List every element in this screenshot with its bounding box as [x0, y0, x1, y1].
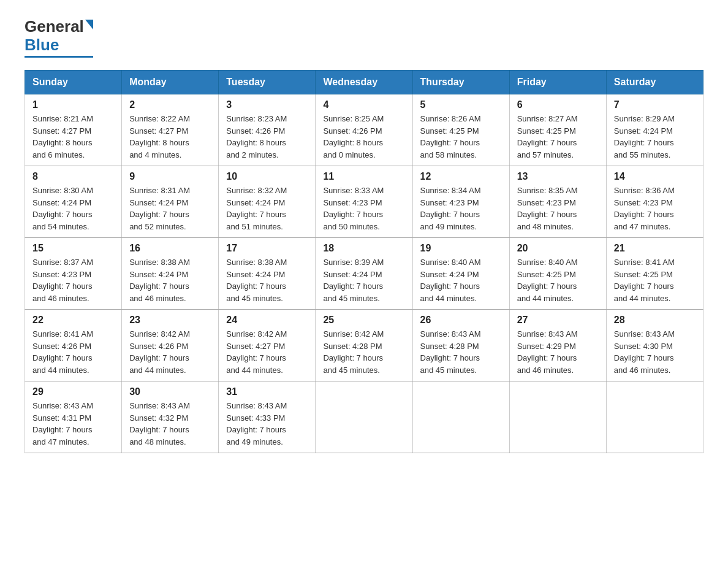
day-cell — [509, 381, 606, 453]
week-row-3: 22 Sunrise: 8:41 AM Sunset: 4:26 PM Dayl… — [25, 310, 703, 381]
day-info: Sunrise: 8:31 AM Sunset: 4:24 PM Dayligh… — [129, 185, 211, 232]
week-row-1: 8 Sunrise: 8:30 AM Sunset: 4:24 PM Dayli… — [25, 166, 703, 238]
day-cell: 15 Sunrise: 8:37 AM Sunset: 4:23 PM Dayl… — [25, 238, 122, 310]
day-info: Sunrise: 8:41 AM Sunset: 4:25 PM Dayligh… — [614, 256, 696, 304]
day-number: 6 — [517, 99, 599, 110]
day-info: Sunrise: 8:35 AM Sunset: 4:23 PM Dayligh… — [517, 185, 599, 232]
day-number: 9 — [129, 171, 211, 182]
day-number: 30 — [129, 386, 211, 397]
day-cell: 25 Sunrise: 8:42 AM Sunset: 4:28 PM Dayl… — [316, 310, 412, 381]
day-number: 29 — [32, 386, 114, 397]
day-cell: 5 Sunrise: 8:26 AM Sunset: 4:25 PM Dayli… — [412, 94, 509, 166]
day-cell: 31 Sunrise: 8:43 AM Sunset: 4:33 PM Dayl… — [219, 381, 316, 453]
day-cell: 6 Sunrise: 8:27 AM Sunset: 4:25 PM Dayli… — [509, 94, 606, 166]
day-number: 31 — [226, 386, 308, 397]
header-sunday: Sunday — [25, 71, 122, 94]
week-row-2: 15 Sunrise: 8:37 AM Sunset: 4:23 PM Dayl… — [25, 238, 703, 310]
calendar-table: SundayMondayTuesdayWednesdayThursdayFrid… — [25, 70, 703, 453]
day-number: 7 — [614, 99, 696, 110]
day-cell: 8 Sunrise: 8:30 AM Sunset: 4:24 PM Dayli… — [25, 166, 122, 238]
day-number: 28 — [614, 315, 696, 326]
header-saturday: Saturday — [606, 71, 703, 94]
day-info: Sunrise: 8:33 AM Sunset: 4:23 PM Dayligh… — [323, 185, 404, 232]
day-cell: 22 Sunrise: 8:41 AM Sunset: 4:26 PM Dayl… — [25, 310, 122, 381]
day-cell: 2 Sunrise: 8:22 AM Sunset: 4:27 PM Dayli… — [122, 94, 219, 166]
day-cell — [316, 381, 412, 453]
day-cell: 20 Sunrise: 8:40 AM Sunset: 4:25 PM Dayl… — [509, 238, 606, 310]
day-number: 20 — [517, 243, 599, 254]
day-info: Sunrise: 8:42 AM Sunset: 4:28 PM Dayligh… — [323, 328, 404, 376]
day-info: Sunrise: 8:36 AM Sunset: 4:23 PM Dayligh… — [614, 185, 696, 232]
day-number: 12 — [420, 171, 502, 182]
day-cell: 19 Sunrise: 8:40 AM Sunset: 4:24 PM Dayl… — [412, 238, 509, 310]
day-info: Sunrise: 8:32 AM Sunset: 4:24 PM Dayligh… — [226, 185, 308, 232]
day-cell: 12 Sunrise: 8:34 AM Sunset: 4:23 PM Dayl… — [412, 166, 509, 238]
day-cell: 1 Sunrise: 8:21 AM Sunset: 4:27 PM Dayli… — [25, 94, 122, 166]
day-info: Sunrise: 8:27 AM Sunset: 4:25 PM Dayligh… — [517, 113, 599, 161]
day-number: 17 — [226, 243, 308, 254]
day-cell: 13 Sunrise: 8:35 AM Sunset: 4:23 PM Dayl… — [509, 166, 606, 238]
day-number: 10 — [226, 171, 308, 182]
calendar-header: SundayMondayTuesdayWednesdayThursdayFrid… — [25, 71, 703, 94]
logo: General Blue — [25, 18, 93, 58]
day-info: Sunrise: 8:22 AM Sunset: 4:27 PM Dayligh… — [129, 113, 211, 161]
header-monday: Monday — [122, 71, 219, 94]
header-friday: Friday — [509, 71, 606, 94]
day-number: 18 — [323, 243, 404, 254]
calendar-body: 1 Sunrise: 8:21 AM Sunset: 4:27 PM Dayli… — [25, 94, 703, 453]
header-tuesday: Tuesday — [219, 71, 316, 94]
day-info: Sunrise: 8:38 AM Sunset: 4:24 PM Dayligh… — [129, 256, 211, 304]
day-number: 4 — [323, 99, 404, 110]
day-number: 23 — [129, 315, 211, 326]
day-cell: 18 Sunrise: 8:39 AM Sunset: 4:24 PM Dayl… — [316, 238, 412, 310]
day-cell: 11 Sunrise: 8:33 AM Sunset: 4:23 PM Dayl… — [316, 166, 412, 238]
day-cell: 4 Sunrise: 8:25 AM Sunset: 4:26 PM Dayli… — [316, 94, 412, 166]
day-number: 21 — [614, 243, 696, 254]
day-number: 22 — [32, 315, 114, 326]
day-number: 19 — [420, 243, 502, 254]
day-info: Sunrise: 8:34 AM Sunset: 4:23 PM Dayligh… — [420, 185, 502, 232]
day-cell: 7 Sunrise: 8:29 AM Sunset: 4:24 PM Dayli… — [606, 94, 703, 166]
day-cell: 29 Sunrise: 8:43 AM Sunset: 4:31 PM Dayl… — [25, 381, 122, 453]
day-cell: 9 Sunrise: 8:31 AM Sunset: 4:24 PM Dayli… — [122, 166, 219, 238]
day-cell: 27 Sunrise: 8:43 AM Sunset: 4:29 PM Dayl… — [509, 310, 606, 381]
day-cell: 26 Sunrise: 8:43 AM Sunset: 4:28 PM Dayl… — [412, 310, 509, 381]
header-row: SundayMondayTuesdayWednesdayThursdayFrid… — [25, 71, 703, 94]
week-row-4: 29 Sunrise: 8:43 AM Sunset: 4:31 PM Dayl… — [25, 381, 703, 453]
day-number: 25 — [323, 315, 404, 326]
day-number: 14 — [614, 171, 696, 182]
header-wednesday: Wednesday — [316, 71, 412, 94]
day-info: Sunrise: 8:43 AM Sunset: 4:30 PM Dayligh… — [614, 328, 696, 376]
day-number: 5 — [420, 99, 502, 110]
day-cell: 16 Sunrise: 8:38 AM Sunset: 4:24 PM Dayl… — [122, 238, 219, 310]
day-number: 16 — [129, 243, 211, 254]
day-info: Sunrise: 8:43 AM Sunset: 4:33 PM Dayligh… — [226, 400, 308, 448]
day-cell: 21 Sunrise: 8:41 AM Sunset: 4:25 PM Dayl… — [606, 238, 703, 310]
day-cell: 24 Sunrise: 8:42 AM Sunset: 4:27 PM Dayl… — [219, 310, 316, 381]
day-info: Sunrise: 8:21 AM Sunset: 4:27 PM Dayligh… — [32, 113, 114, 161]
day-info: Sunrise: 8:23 AM Sunset: 4:26 PM Dayligh… — [226, 113, 308, 161]
day-info: Sunrise: 8:43 AM Sunset: 4:29 PM Dayligh… — [517, 328, 599, 376]
logo-blue-text: Blue — [25, 36, 59, 55]
logo-line — [25, 56, 93, 58]
day-number: 3 — [226, 99, 308, 110]
header-thursday: Thursday — [412, 71, 509, 94]
day-cell: 23 Sunrise: 8:42 AM Sunset: 4:26 PM Dayl… — [122, 310, 219, 381]
day-number: 1 — [32, 99, 114, 110]
day-cell: 30 Sunrise: 8:43 AM Sunset: 4:32 PM Dayl… — [122, 381, 219, 453]
day-cell — [412, 381, 509, 453]
day-info: Sunrise: 8:43 AM Sunset: 4:28 PM Dayligh… — [420, 328, 502, 376]
day-info: Sunrise: 8:40 AM Sunset: 4:25 PM Dayligh… — [517, 256, 599, 304]
day-cell: 14 Sunrise: 8:36 AM Sunset: 4:23 PM Dayl… — [606, 166, 703, 238]
day-number: 27 — [517, 315, 599, 326]
day-info: Sunrise: 8:29 AM Sunset: 4:24 PM Dayligh… — [614, 113, 696, 161]
day-info: Sunrise: 8:43 AM Sunset: 4:31 PM Dayligh… — [32, 400, 114, 448]
day-cell: 10 Sunrise: 8:32 AM Sunset: 4:24 PM Dayl… — [219, 166, 316, 238]
day-info: Sunrise: 8:42 AM Sunset: 4:27 PM Dayligh… — [226, 328, 308, 376]
day-cell: 28 Sunrise: 8:43 AM Sunset: 4:30 PM Dayl… — [606, 310, 703, 381]
page-header: General Blue — [25, 18, 703, 58]
day-number: 26 — [420, 315, 502, 326]
day-number: 8 — [32, 171, 114, 182]
day-number: 11 — [323, 171, 404, 182]
day-number: 2 — [129, 99, 211, 110]
